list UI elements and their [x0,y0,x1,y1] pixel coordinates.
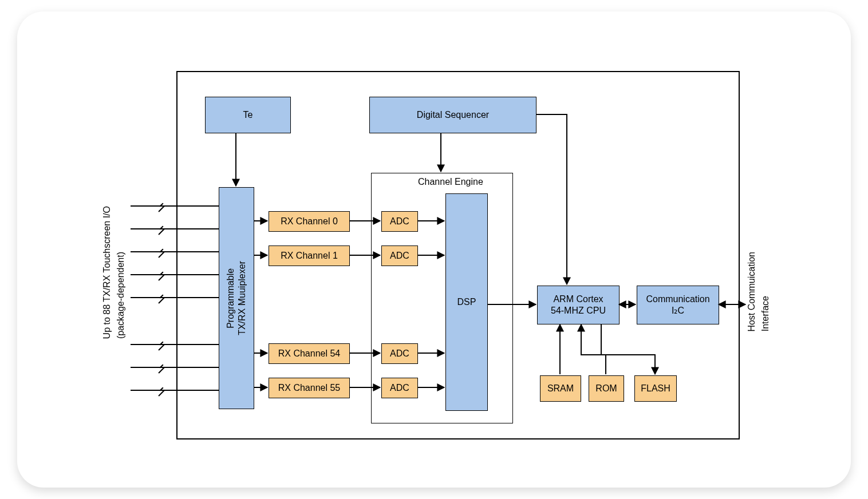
diagram-stage: Channel Engine Up to 88 TX/RX Touchscree… [17,11,851,488]
connections [17,11,851,488]
